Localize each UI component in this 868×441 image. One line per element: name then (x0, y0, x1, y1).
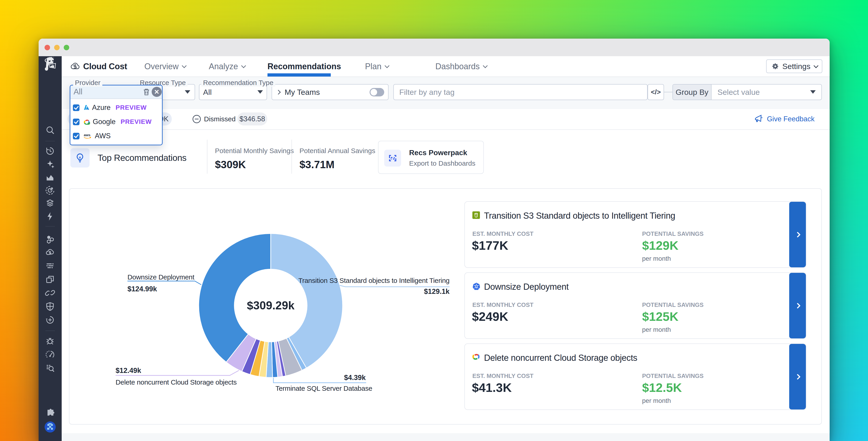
svg-text:aws: aws (84, 133, 90, 137)
